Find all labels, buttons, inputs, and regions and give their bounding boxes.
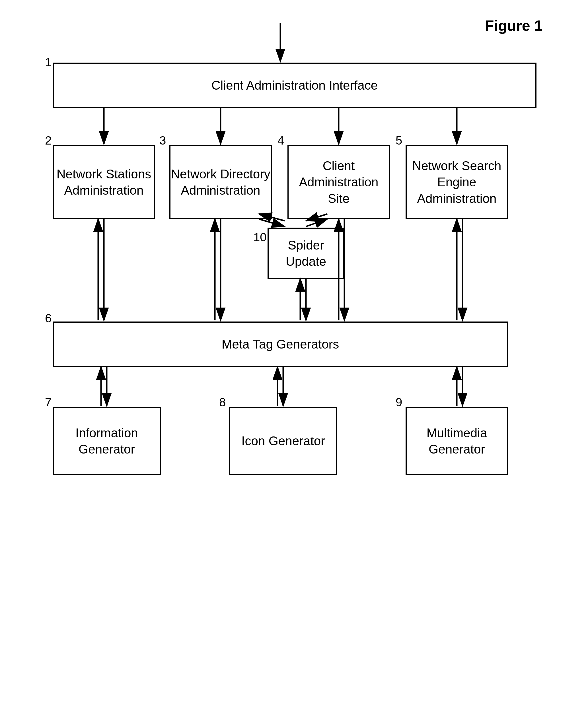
- label-9: 9: [396, 395, 402, 409]
- label-5: 5: [396, 134, 402, 147]
- svg-line-13: [306, 219, 327, 226]
- box-network-search-engine-admin: Network Search Engine Administration: [405, 145, 508, 219]
- box-multimedia-generator: Multimedia Generator: [405, 407, 508, 475]
- label-6: 6: [45, 311, 51, 325]
- box-information-generator: Information Generator: [52, 407, 161, 475]
- label-8: 8: [219, 395, 226, 409]
- box-spider-update: Spider Update: [268, 228, 344, 279]
- box-client-admin-site: Client Administration Site: [288, 145, 390, 219]
- box-network-stations-admin: Network Stations Administration: [52, 145, 155, 219]
- figure-title: Figure 1: [485, 17, 543, 34]
- label-2: 2: [45, 134, 51, 147]
- label-4: 4: [277, 134, 284, 147]
- label-7: 7: [45, 395, 51, 409]
- box-icon-generator: Icon Generator: [229, 407, 337, 475]
- label-3: 3: [160, 134, 166, 147]
- box-meta-tag-generators: Meta Tag Generators: [52, 322, 508, 367]
- box-network-directory-admin: Network Directory Administration: [169, 145, 272, 219]
- box-client-admin-interface: Client Administration Interface: [52, 63, 537, 108]
- svg-line-11: [259, 219, 285, 226]
- label-10: 10: [253, 231, 267, 244]
- label-1: 1: [45, 56, 51, 69]
